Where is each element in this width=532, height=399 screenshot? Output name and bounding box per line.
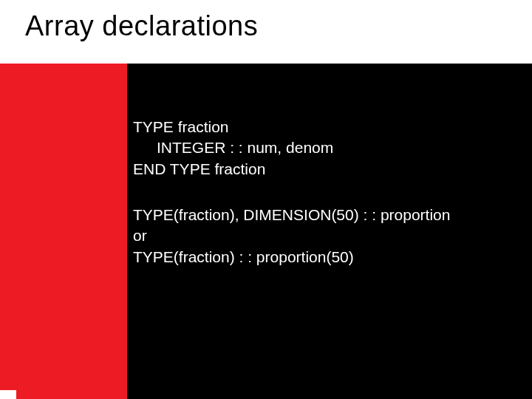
slide-title: Array declarations	[25, 10, 532, 42]
title-bar: Array declarations	[0, 0, 532, 64]
code-line: or	[133, 225, 510, 246]
code-line: TYPE(fraction) : : proportion(50)	[133, 247, 510, 267]
slide-content: TYPE fraction INTEGER : : num, denom END…	[133, 117, 510, 267]
code-block-1: TYPE fraction INTEGER : : num, denom END…	[133, 117, 510, 180]
code-line: TYPE(fraction), DIMENSION(50) : : propor…	[133, 205, 510, 225]
code-line: TYPE fraction	[133, 117, 510, 137]
red-sidebar	[0, 64, 127, 399]
code-line: END TYPE fraction	[133, 159, 510, 180]
corner-accent	[0, 390, 16, 399]
code-line: INTEGER : : num, denom	[133, 137, 510, 158]
code-block-2: TYPE(fraction), DIMENSION(50) : : propor…	[133, 205, 510, 267]
